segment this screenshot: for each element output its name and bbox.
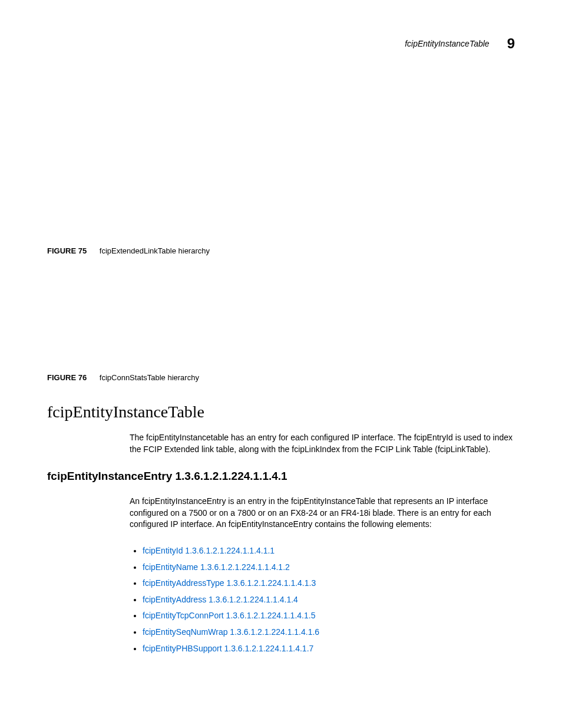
list-item: fcipEntityName 1.3.6.1.2.1.224.1.1.4.1.2 xyxy=(143,562,515,574)
figure-caption-76: FIGURE 76 fcipConnStatsTable hierarchy xyxy=(47,373,515,382)
entry-elements-list: fcipEntityId 1.3.6.1.2.1.224.1.1.4.1.1 f… xyxy=(130,545,515,654)
figure-caption-text: fcipConnStatsTable hierarchy xyxy=(100,373,199,382)
section-intro: The fcipEntityInstancetable has an entry… xyxy=(130,432,515,455)
list-item: fcipEntityAddressType 1.3.6.1.2.1.224.1.… xyxy=(143,578,515,589)
figure-caption-text: fcipExtendedLinkTable hierarchy xyxy=(100,246,210,255)
xref-link-fcipEntityName[interactable]: fcipEntityName 1.3.6.1.2.1.224.1.1.4.1.2 xyxy=(143,562,290,572)
page-header: fcipEntityInstanceTable 9 xyxy=(47,35,515,52)
list-item: fcipEntityId 1.3.6.1.2.1.224.1.1.4.1.1 xyxy=(143,545,515,557)
list-item: fcipEntityTcpConnPort 1.3.6.1.2.1.224.1.… xyxy=(143,610,515,622)
xref-link-fcipEntityAddress[interactable]: fcipEntityAddress 1.3.6.1.2.1.224.1.1.4.… xyxy=(143,595,298,604)
xref-link-fcipEntityId[interactable]: fcipEntityId 1.3.6.1.2.1.224.1.1.4.1.1 xyxy=(143,546,275,555)
xref-link-fcipEntityPHBSupport[interactable]: fcipEntityPHBSupport 1.3.6.1.2.1.224.1.1… xyxy=(143,644,313,653)
list-item: fcipEntitySeqNumWrap 1.3.6.1.2.1.224.1.1… xyxy=(143,627,515,638)
xref-link-fcipEntitySeqNumWrap[interactable]: fcipEntitySeqNumWrap 1.3.6.1.2.1.224.1.1… xyxy=(143,627,319,637)
list-item: fcipEntityPHBSupport 1.3.6.1.2.1.224.1.1… xyxy=(143,643,515,655)
section-title: fcipEntityInstanceTable xyxy=(47,403,515,421)
figure-label: FIGURE 76 xyxy=(47,373,87,382)
xref-link-fcipEntityTcpConnPort[interactable]: fcipEntityTcpConnPort 1.3.6.1.2.1.224.1.… xyxy=(143,611,315,620)
list-item: fcipEntityAddress 1.3.6.1.2.1.224.1.1.4.… xyxy=(143,594,515,606)
figure-caption-75: FIGURE 75 fcipExtendedLinkTable hierarch… xyxy=(47,246,515,255)
document-page: fcipEntityInstanceTable 9 FIGURE 75 fcip… xyxy=(0,0,562,683)
chapter-number: 9 xyxy=(507,35,515,52)
running-header-title: fcipEntityInstanceTable xyxy=(405,39,489,48)
figure-label: FIGURE 75 xyxy=(47,246,87,255)
xref-link-fcipEntityAddressType[interactable]: fcipEntityAddressType 1.3.6.1.2.1.224.1.… xyxy=(143,578,316,588)
subsection-title: fcipEntityInstanceEntry 1.3.6.1.2.1.224.… xyxy=(47,470,515,483)
subsection-intro: An fcipEntityInstanceEntry is an entry i… xyxy=(130,496,515,531)
